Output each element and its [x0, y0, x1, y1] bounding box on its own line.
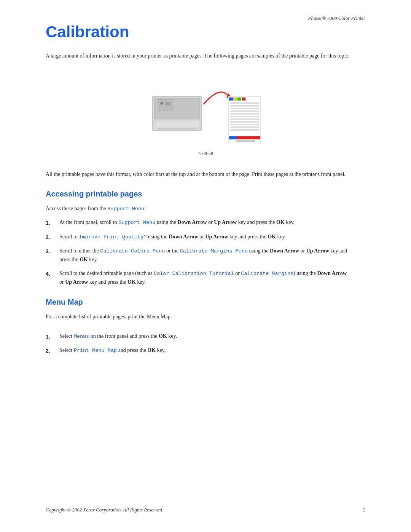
list-item: 3. Scroll to either the Calibrate Colors… — [46, 247, 365, 264]
menu-step1-ok: OK — [159, 333, 167, 339]
step1-ok: OK — [276, 219, 285, 225]
svg-point-5 — [160, 102, 163, 105]
section1-heading: Accessing printable pages — [46, 190, 365, 198]
access-intro-text: Access these pages from the Support Menu… — [46, 204, 365, 213]
svg-rect-16 — [230, 108, 259, 109]
list-item: 4. Scroll to the desired printable page … — [46, 269, 365, 286]
step-number: 3. — [46, 247, 59, 256]
access-intro-label: Access these pages from the — [46, 206, 107, 211]
svg-rect-14 — [230, 102, 259, 104]
step-content: Scroll to Improve Print Quality? using t… — [59, 233, 349, 241]
svg-rect-15 — [230, 105, 259, 107]
menu-step2-print: Print Menu Map — [74, 348, 117, 353]
svg-rect-20 — [230, 118, 259, 120]
step4-up-arrow: Up Arrow — [65, 279, 88, 285]
svg-rect-18 — [230, 113, 259, 115]
step2-down-arrow: Down Arrow — [169, 234, 198, 240]
step4-down-arrow: Down Arrow — [317, 270, 347, 276]
list-item: 2. Select Print Menu Map and press the O… — [46, 346, 365, 355]
svg-rect-27 — [236, 140, 255, 142]
step-number: 1. — [46, 218, 59, 227]
svg-rect-19 — [230, 116, 259, 117]
list-item: 1. At the front panel, scroll to Support… — [46, 218, 365, 227]
svg-rect-7 — [166, 104, 170, 105]
menu-step-number: 2. — [46, 346, 59, 355]
footer-copyright: Copyright © 2002 Xerox Corporation. All … — [46, 507, 163, 513]
svg-rect-23 — [230, 126, 259, 128]
menu-steps-list: 1. Select Menus on the front panel and p… — [46, 332, 365, 355]
image-caption: 7300-58 — [198, 151, 213, 157]
svg-rect-17 — [230, 110, 259, 112]
footer: Copyright © 2002 Xerox Corporation. All … — [46, 502, 365, 513]
step3-colors-menu: Calibrate Colors Menu — [100, 248, 165, 254]
step3-ok: OK — [80, 257, 88, 262]
step2-up-arrow: Up Arrow — [205, 234, 228, 240]
access-colon: : — [144, 206, 146, 211]
svg-rect-6 — [166, 102, 171, 104]
steps-list: 1. At the front panel, scroll to Support… — [46, 218, 365, 286]
printer-image-container: 7300-58 — [46, 72, 365, 157]
step-content: Scroll to either the Calibrate Colors Me… — [59, 247, 349, 264]
svg-rect-12 — [237, 97, 241, 101]
list-item: 2. Scroll to Improve Print Quality? usin… — [46, 233, 365, 241]
step-content: At the front panel, scroll to Support Me… — [59, 218, 349, 227]
printer-illustration — [145, 72, 266, 149]
step-number: 2. — [46, 233, 59, 241]
step3-up-arrow: Up Arrow — [306, 248, 329, 254]
svg-rect-21 — [230, 121, 259, 123]
list-item: 1. Select Menus on the front panel and p… — [46, 332, 365, 341]
step-content: Scroll to the desired printable page (su… — [59, 269, 349, 286]
step2-menu: Improve Print Quality? — [79, 234, 147, 240]
step1-menu: Support Menu — [118, 220, 155, 225]
menu-step2-ok: OK — [147, 347, 156, 353]
svg-rect-13 — [242, 97, 245, 101]
menu-step-content: Select Print Menu Map and press the OK k… — [59, 346, 349, 355]
step4-ok: OK — [127, 279, 136, 285]
step4-margins: Calibrate Margins — [241, 271, 293, 276]
menu-step1-menus: Menus — [74, 334, 89, 339]
svg-rect-2 — [156, 121, 200, 128]
svg-rect-10 — [229, 97, 233, 101]
support-menu-code: Support Menu — [107, 206, 144, 212]
svg-rect-24 — [230, 129, 259, 131]
step2-ok: OK — [268, 234, 276, 240]
svg-rect-3 — [158, 128, 196, 131]
intro-paragraph: A large amount of information is stored … — [46, 52, 350, 60]
page-title: Calibration — [46, 23, 365, 41]
step1-down-arrow: Down Arrow — [177, 219, 207, 225]
svg-rect-22 — [230, 124, 259, 125]
page: Phaser® 7300 Color Printer Calibration A… — [0, 0, 411, 532]
step4-tutorial: Color Calibration Tutorial — [154, 271, 234, 276]
step1-up-arrow: Up Arrow — [214, 219, 237, 225]
footer-page-number: 2 — [363, 507, 366, 513]
step3-margins-menu: Calibrate Margins Menu — [180, 248, 248, 254]
svg-rect-26 — [229, 136, 237, 139]
menu-step-number: 1. — [46, 332, 59, 341]
step3-down-arrow: Down Arrow — [270, 248, 299, 254]
header-product-name: Phaser® 7300 Color Printer — [308, 15, 365, 21]
menu-map-intro: For a complete list of printable pages, … — [46, 313, 358, 321]
svg-rect-11 — [233, 97, 237, 101]
section2-heading: Menu Map — [46, 298, 365, 307]
body-paragraph: All the printable pages have this format… — [46, 170, 358, 179]
step-number: 4. — [46, 269, 59, 278]
menu-step-content: Select Menus on the front panel and pres… — [59, 332, 349, 341]
